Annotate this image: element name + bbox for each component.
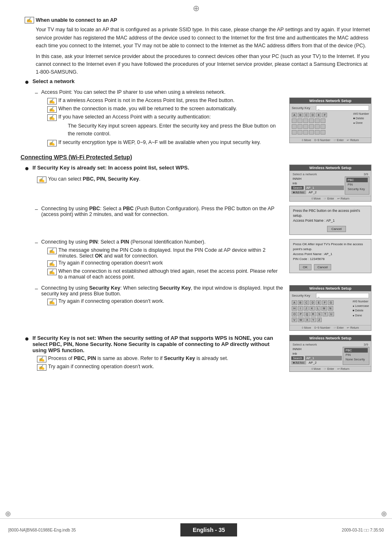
dash-seckey: – Connecting by using Security Key: When…: [35, 285, 283, 297]
k3-J: J: [304, 306, 309, 311]
note-wep: ✍ If security encryption type is WEP, 0~…: [47, 139, 283, 146]
crosshair-top-icon: ⊕: [193, 3, 200, 13]
wns-seckey-field: _: [316, 105, 369, 111]
wns-options-panel-2: PBC PIN Security Key: [345, 176, 369, 195]
k3-N: N: [328, 306, 333, 311]
footer-left-text: [8000-NA]BN68-01988E-Eng.indb 35: [8, 528, 76, 532]
note-pbc-pin: ✍ You can select PBC, PIN, Security Key.: [37, 176, 283, 183]
wns-body-1: Security Key _ A B C: [290, 104, 371, 137]
pbc-dialog: Press the PBC button on the access point…: [289, 206, 371, 235]
note-no-ap: ✍ If a wireless Access Point is not in t…: [47, 98, 283, 104]
k3-O: O: [292, 312, 297, 316]
wns-box-3: Wireless Network Setup Security Key _: [289, 285, 371, 331]
k3-W: W: [298, 318, 304, 322]
note-icon-4: ✍: [47, 140, 57, 146]
none-subnotes: ✍ Process of PBC, PIN is same as above. …: [37, 355, 283, 371]
wns-footer-move: ◊ Move: [302, 139, 311, 142]
wns-footer-4: ◊ Move ☞ Enter ↩ Return: [290, 366, 371, 372]
seckey-text-col: – Connecting by using Security Key: When…: [35, 285, 283, 306]
key-r1: [292, 118, 297, 123]
k3-C: C: [304, 300, 309, 305]
wns3-row3: O P Q R S T U: [292, 312, 350, 316]
wns-body-3: Security Key _ A B C: [290, 291, 371, 325]
pbc-col: – Connecting by using PBC: Select a PBC …: [35, 206, 371, 235]
wns-footer-return: ↩ Return: [347, 139, 359, 142]
wns2-enter: ☞ Enter: [324, 197, 334, 200]
bullet-dot-wps: ●: [25, 163, 29, 174]
select-network-sublist: – Access Point: You can select the IP sh…: [35, 89, 371, 148]
wns-sidebar-1: ##0 Number ■ Delete ● Done: [353, 111, 369, 136]
key-C: C: [304, 113, 309, 117]
wns-sidebar-delete: ■ Delete: [353, 116, 369, 121]
wns-body-4: Select a network 3/9 INNIH inb Search AP…: [290, 341, 371, 366]
wns-net-list-4: INNIH inb Search AP_1 ■ Ad-hoc AP_2: [291, 347, 342, 365]
key-F: F: [322, 113, 327, 117]
wns-box-2: Wireless Network Setup Select a network …: [289, 165, 371, 202]
note-icon-pin3: ✍: [47, 269, 57, 275]
key-t5: [315, 130, 320, 135]
note-icon-3: ✍: [47, 114, 57, 121]
wns-title-1: Wireless Network Setup: [290, 98, 371, 104]
note-pin-reset: ✍ When the connection is not established…: [47, 268, 283, 280]
key-r6: [321, 118, 325, 123]
security-key-set-section: ● If Security Key is already set: In acc…: [25, 165, 371, 331]
k3-X: X: [304, 318, 310, 322]
sub-notes-ap: ✍ If a wireless Access Point is not in t…: [47, 98, 283, 147]
k3-F: F: [322, 300, 327, 305]
wns2-return: ↩ Return: [337, 197, 349, 200]
note-icon-unable: ✍: [25, 17, 34, 23]
wns-dialog-2: Wireless Network Setup Select a network …: [289, 165, 371, 202]
wns4-move: ◊ Move: [311, 367, 321, 371]
wns3-done: ● Done: [353, 313, 369, 318]
k3-M: M: [321, 306, 327, 311]
wns4-enter: ☞ Enter: [324, 367, 334, 371]
wns3-seckey-label: Security Key: [292, 294, 314, 297]
net-addnew-btn: ■ Ad-hoc: [291, 190, 306, 194]
wns-keys-row1: A B C D E F: [292, 113, 351, 117]
net4-search-btn: Search: [291, 356, 304, 360]
wns-sidebar-3: ##0 Number ● Lowercase ■ Delete ● Done: [353, 299, 369, 323]
key-B: B: [298, 113, 303, 117]
note-icon-seckey: ✍: [47, 299, 57, 305]
note-icon-none1: ✍: [37, 356, 46, 362]
note-none2: ✍ Try again if connecting operation does…: [37, 364, 283, 371]
key-r4: [309, 118, 314, 123]
wns3-number: ##0 Number: [353, 299, 369, 304]
k3-E: E: [316, 300, 321, 305]
wps-section-heading: Connecting WPS (Wi-Fi Protected Setup): [21, 154, 371, 160]
pin-popup-text: Press OK After input TV's Pincode in the…: [293, 242, 368, 262]
access-point-notes-col: ✍ If a wireless Access Point is not in t…: [35, 98, 371, 148]
pin-cancel-btn: Cancel: [314, 264, 332, 270]
security-key-none-section: ● If Security Key is not set: When the s…: [25, 335, 371, 372]
wps-sublist: – Connecting by using PBC: Select a PBC …: [35, 206, 371, 331]
wns-title-3: Wireless Network Setup: [290, 286, 371, 291]
opt4-pin: PIN: [344, 353, 368, 357]
net-search-btn: Search: [291, 186, 304, 190]
key-r5: [315, 118, 320, 123]
wns-title-2: Wireless Network Setup: [290, 165, 371, 171]
wns-dialog-4: Wireless Network Setup Select a network …: [289, 335, 371, 372]
wns3-number: 0~9 Number: [314, 326, 330, 330]
footer-right-text: 2009-03-31 □□ 7:35:50: [342, 528, 384, 532]
net4-item-inb: inb: [291, 351, 342, 356]
k3-S: S: [317, 312, 322, 316]
wns-keys-row3: [292, 124, 351, 129]
note-unable-section: ✍ When unable to connect to an AP Your T…: [21, 16, 371, 77]
wns-body-2: Select a network 3/9 INNIH inb Search AP…: [290, 171, 371, 196]
key-t1: [292, 130, 297, 135]
pin-dialog: Press OK After input TV's Pincode in the…: [289, 239, 371, 273]
dash-pbc: – Connecting by using PBC: Select a PBC …: [35, 206, 283, 217]
pbc-text-col: – Connecting by using PBC: Select a PBC …: [35, 206, 283, 219]
select-network-heading: ● Select a network: [25, 78, 371, 87]
wns-sidebar-done: ● Done: [353, 121, 369, 125]
pin-popup-box: Press OK After input TV's Pincode in the…: [289, 239, 371, 273]
wns-footer-1: ◊ Move 0~9 Number ☞ Enter ↩ Return: [290, 137, 371, 143]
access-point-notes-text: ✍ If a wireless Access Point is not in t…: [35, 98, 283, 148]
k3-Y: Y: [311, 318, 316, 322]
wps-subnote: ✍ You can select PBC, PIN, Security Key.: [37, 176, 283, 183]
note-icon-1: ✍: [47, 98, 57, 104]
security-key-set-bullet: ● If Security Key is already set: In acc…: [25, 165, 283, 174]
seckey-subnotes: ✍ Try again if connecting operation does…: [47, 298, 283, 305]
main-content: ✍ When unable to connect to an AP Your T…: [21, 16, 371, 405]
note-unable-body2: In this case, ask your Internet service …: [36, 53, 371, 77]
